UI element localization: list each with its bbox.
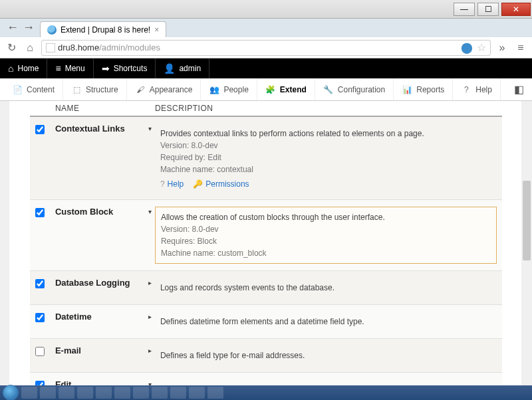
- url-field[interactable]: dru8.home/admin/modules ⬤ ☆: [41, 40, 491, 56]
- admin-tab-label: Help: [475, 85, 492, 94]
- home-icon: ⌂: [8, 63, 13, 74]
- new-tab-button[interactable]: [169, 24, 185, 37]
- collapse-arrow-icon[interactable]: ▾: [148, 208, 152, 215]
- module-description: Provides contextual links to perform act…: [160, 128, 491, 140]
- star-icon[interactable]: ☆: [477, 41, 486, 54]
- toolbar-admin[interactable]: 👤admin: [156, 58, 209, 78]
- module-enable-checkbox[interactable]: [35, 279, 45, 288]
- collapse-arrow-icon[interactable]: ▾: [148, 125, 152, 132]
- drupal-icon[interactable]: ⬤: [461, 41, 473, 54]
- module-row: Database Logging▸Logs and records system…: [30, 271, 502, 305]
- toolbar-label: Shortcuts: [114, 64, 148, 73]
- drupal-toolbar: ⌂Home≡Menu➡Shortcuts👤admin: [0, 58, 532, 78]
- toolbar-label: admin: [179, 64, 201, 73]
- module-enable-checkbox[interactable]: [35, 381, 45, 385]
- toolbar-menu[interactable]: ≡Menu: [47, 58, 93, 78]
- reload-button[interactable]: ↻: [4, 41, 19, 55]
- forward-button[interactable]: →: [21, 20, 36, 35]
- shortcuts-icon: ➡: [102, 63, 110, 74]
- window-maximize[interactable]: ☐: [477, 3, 499, 16]
- windows-taskbar[interactable]: [0, 385, 532, 400]
- module-row: Contextual Links▾Provides contextual lin…: [30, 116, 502, 200]
- toolbar-label: Home: [17, 64, 39, 73]
- module-description-box: Logs and records system events to the da…: [155, 278, 497, 298]
- people-icon: 👥: [209, 84, 219, 95]
- task-item[interactable]: [96, 387, 112, 399]
- admin-tab-help[interactable]: ?Help: [453, 78, 501, 100]
- window-minimize[interactable]: —: [454, 3, 475, 16]
- appearance-icon: 🖌: [135, 84, 146, 95]
- module-enable-checkbox[interactable]: [35, 347, 45, 356]
- tab-close-icon[interactable]: ×: [154, 25, 159, 35]
- back-button[interactable]: ←: [5, 20, 20, 35]
- task-item[interactable]: [77, 387, 93, 399]
- toolbar-label: Menu: [65, 64, 85, 73]
- table-header-row: NAME DESCRIPTION: [30, 101, 502, 116]
- toolbar-shortcuts[interactable]: ➡Shortcuts: [94, 58, 156, 78]
- task-item[interactable]: [189, 387, 205, 399]
- module-enable-checkbox[interactable]: [35, 313, 45, 322]
- admin-tab-reports[interactable]: 📊Reports: [394, 78, 453, 100]
- admin-tab-people[interactable]: 👥People: [201, 78, 257, 100]
- admin-tab-label: Configuration: [338, 85, 385, 94]
- admin-tab-content[interactable]: 📄Content: [4, 78, 63, 100]
- expand-arrow-icon[interactable]: ▸: [148, 313, 152, 320]
- module-machine-name: Machine name: custom_block: [161, 247, 491, 259]
- permissions-icon: 🔑: [193, 179, 203, 189]
- page-icon: [46, 43, 55, 52]
- module-description-box: Allows the creation of custom blocks thr…: [155, 207, 497, 264]
- module-name: Database Logging: [50, 271, 150, 305]
- admin-icon: 👤: [164, 63, 175, 74]
- admin-tab-configuration[interactable]: 🔧Configuration: [315, 78, 394, 100]
- admin-tab-extend[interactable]: 🧩Extend: [257, 78, 315, 100]
- admin-tab-label: Extend: [280, 85, 307, 94]
- configuration-icon: 🔧: [323, 84, 334, 95]
- admin-tab-label: Structure: [86, 85, 118, 94]
- module-description: Defines datetime form elements and a dat…: [160, 316, 491, 328]
- module-requires: Requires: Block: [161, 235, 491, 247]
- collapse-arrow-icon[interactable]: ▾: [148, 381, 152, 385]
- module-requires: Required by: Edit: [160, 151, 491, 163]
- overflow-button[interactable]: »: [495, 41, 509, 55]
- module-links: ?Help🔑Permissions: [160, 175, 491, 189]
- toolbar-home[interactable]: ⌂Home: [0, 58, 47, 78]
- admin-tab-appearance[interactable]: 🖌Appearance: [127, 78, 201, 100]
- scroll-thumb[interactable]: [523, 181, 531, 260]
- browser-tab[interactable]: Extend | Drupal 8 is here! ×: [40, 21, 166, 37]
- task-item[interactable]: [133, 387, 149, 399]
- collapse-button[interactable]: ◧: [509, 83, 528, 96]
- url-text: dru8.home/admin/modules: [58, 43, 160, 52]
- admin-tab-structure[interactable]: ⬚Structure: [63, 78, 127, 100]
- task-item[interactable]: [152, 387, 168, 399]
- address-bar: ↻ ⌂ dru8.home/admin/modules ⬤ ☆ » ≡: [0, 37, 532, 58]
- admin-menu: 📄Content⬚Structure🖌Appearance👥People🧩Ext…: [0, 78, 532, 101]
- drupal-favicon-icon: [47, 25, 57, 35]
- module-description-box: In-place content editing.Version: 8.0-de…: [155, 379, 497, 385]
- module-enable-checkbox[interactable]: [35, 208, 45, 217]
- help-icon: ?: [461, 84, 471, 95]
- task-item[interactable]: [40, 387, 56, 399]
- module-row: Datetime▸Defines datetime form elements …: [30, 305, 502, 339]
- window-close[interactable]: ✕: [501, 3, 531, 16]
- home-button[interactable]: ⌂: [23, 41, 37, 55]
- module-row: Custom Block▾Allows the creation of cust…: [30, 200, 502, 271]
- task-item[interactable]: [21, 387, 37, 399]
- module-version: Version: 8.0-dev: [160, 140, 491, 151]
- task-item[interactable]: [114, 387, 130, 399]
- modules-table: NAME DESCRIPTION Contextual Links▾Provid…: [30, 101, 502, 385]
- task-item[interactable]: [59, 387, 74, 399]
- expand-arrow-icon[interactable]: ▸: [148, 347, 152, 354]
- module-link-help[interactable]: ?Help: [160, 179, 184, 189]
- start-button[interactable]: [3, 385, 19, 400]
- module-description-box: Defines datetime form elements and a dat…: [155, 312, 497, 332]
- task-item[interactable]: [170, 387, 186, 399]
- module-link-permissions[interactable]: 🔑Permissions: [193, 179, 249, 189]
- menu-button[interactable]: ≡: [513, 41, 528, 55]
- module-name: Contextual Links: [50, 116, 150, 200]
- menu-icon: ≡: [55, 63, 61, 74]
- task-item[interactable]: [207, 387, 223, 399]
- module-row: E-mail▸Defines a field type for e-mail a…: [30, 339, 502, 373]
- vertical-scrollbar[interactable]: [521, 101, 532, 385]
- module-enable-checkbox[interactable]: [35, 125, 45, 134]
- expand-arrow-icon[interactable]: ▸: [148, 279, 152, 286]
